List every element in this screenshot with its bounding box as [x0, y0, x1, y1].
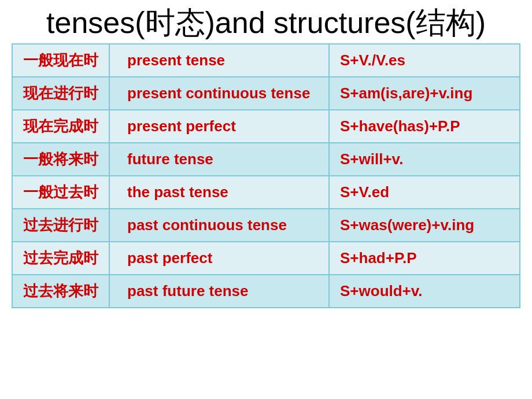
table-wrapper: 一般现在时present tenseS+V./V.es现在进行时present … — [0, 43, 532, 399]
table-row: 一般将来时 future tenseS+will+v. — [12, 143, 520, 176]
cell-english: past continuous tense — [109, 209, 329, 242]
page-title: tenses(时态)and structures(结构) — [17, 6, 515, 40]
table-row: 现在完成时present perfectS+have(has)+P.P — [12, 110, 520, 143]
cell-chinese: 过去将来时 — [12, 275, 109, 308]
page-container: tenses(时态)and structures(结构) 一般现在时presen… — [0, 0, 532, 399]
cell-structure: S+V.ed — [329, 176, 520, 209]
cell-structure: S+had+P.P — [329, 242, 520, 275]
cell-english: past perfect — [109, 242, 329, 275]
table-row: 过去进行时past continuous tenseS+was(were)+v.… — [12, 209, 520, 242]
title-area: tenses(时态)and structures(结构) — [0, 0, 532, 43]
table-row: 一般现在时present tenseS+V./V.es — [12, 44, 520, 77]
cell-english: the past tense — [109, 176, 329, 209]
cell-chinese: 现在进行时 — [12, 77, 109, 110]
cell-chinese: 过去进行时 — [12, 209, 109, 242]
cell-english: future tense — [109, 143, 329, 176]
cell-chinese: 现在完成时 — [12, 110, 109, 143]
cell-structure: S+would+v. — [329, 275, 520, 308]
table-row: 过去完成时past perfectS+had+P.P — [12, 242, 520, 275]
cell-english: present perfect — [109, 110, 329, 143]
tenses-table: 一般现在时present tenseS+V./V.es现在进行时present … — [12, 43, 520, 308]
table-row: 一般过去时the past tenseS+V.ed — [12, 176, 520, 209]
table-row: 现在进行时present continuous tenseS+am(is,are… — [12, 77, 520, 110]
cell-structure: S+will+v. — [329, 143, 520, 176]
cell-english: present tense — [109, 44, 329, 77]
table-row: 过去将来时past future tenseS+would+v. — [12, 275, 520, 308]
cell-structure: S+was(were)+v.ing — [329, 209, 520, 242]
cell-english: past future tense — [109, 275, 329, 308]
cell-chinese: 一般过去时 — [12, 176, 109, 209]
cell-structure: S+am(is,are)+v.ing — [329, 77, 520, 110]
cell-chinese: 一般现在时 — [12, 44, 109, 77]
cell-structure: S+have(has)+P.P — [329, 110, 520, 143]
cell-english: present continuous tense — [109, 77, 329, 110]
cell-chinese: 过去完成时 — [12, 242, 109, 275]
cell-chinese: 一般将来时 — [12, 143, 109, 176]
cell-structure: S+V./V.es — [329, 44, 520, 77]
